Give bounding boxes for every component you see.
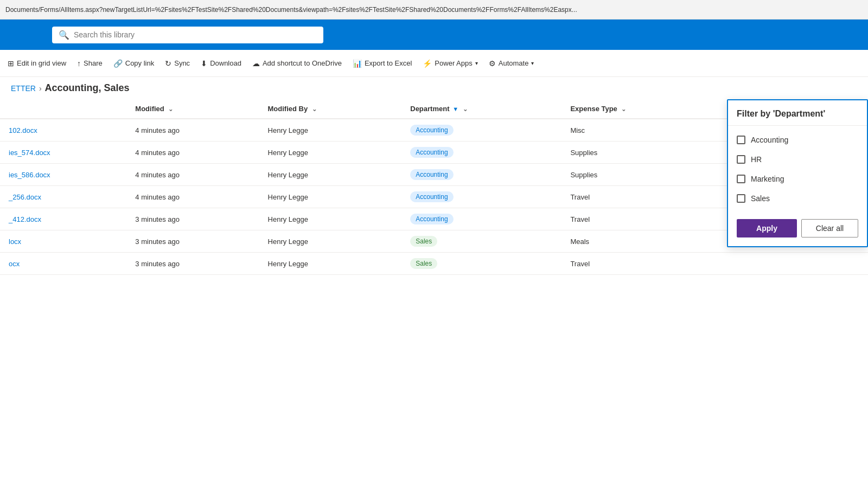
filter-checkbox-marketing[interactable] xyxy=(737,175,745,183)
search-input[interactable] xyxy=(74,30,317,39)
cell-expense-type: Supplies xyxy=(561,164,719,186)
cell-modified: 4 minutes ago xyxy=(126,186,259,208)
toolbar-power-apps-label: Power Apps xyxy=(435,59,472,67)
toolbar-sync-label: Sync xyxy=(174,59,190,67)
cell-modified-by: Henry Legge xyxy=(259,230,402,253)
cell-department: Accounting xyxy=(401,164,561,186)
expense-type-sort-icon: ⌄ xyxy=(621,106,626,112)
dept-badge: Accounting xyxy=(410,147,453,158)
modified-sort-icon: ⌄ xyxy=(168,106,173,112)
excel-icon: 📊 xyxy=(353,59,362,68)
toolbar-copy-link[interactable]: 🔗 Copy link xyxy=(108,57,159,70)
toolbar-automate-label: Automate xyxy=(499,59,529,67)
cell-expense-type: Meals xyxy=(561,230,719,253)
filter-option-hr[interactable]: HR xyxy=(728,150,867,169)
toolbar: ⊞ Edit in grid view ↑ Share 🔗 Copy link … xyxy=(0,50,868,77)
toolbar-download[interactable]: ⬇ Download xyxy=(195,57,247,70)
cell-filename[interactable]: _256.docx xyxy=(0,186,126,208)
filter-options: Accounting HR Marketing Sales xyxy=(728,126,867,213)
toolbar-sync[interactable]: ↻ Sync xyxy=(159,57,195,70)
main-content: Modified ⌄ Modified By ⌄ Department ▼ ⌄ … xyxy=(0,99,868,488)
toolbar-export-label: Export to Excel xyxy=(365,59,412,67)
cell-modified: 3 minutes ago xyxy=(126,208,259,230)
toolbar-share[interactable]: ↑ Share xyxy=(72,57,108,70)
dept-badge: Sales xyxy=(410,236,437,247)
cell-modified-by: Henry Legge xyxy=(259,164,402,186)
filter-panel: Filter by 'Department' Accounting HR Mar… xyxy=(727,99,868,247)
chevron-down-icon: ▾ xyxy=(475,60,478,66)
toolbar-download-label: Download xyxy=(210,59,241,67)
modified-by-sort-icon: ⌄ xyxy=(312,106,317,112)
grid-icon: ⊞ xyxy=(8,59,14,68)
share-icon: ↑ xyxy=(77,59,81,68)
toolbar-power-apps[interactable]: ⚡ Power Apps ▾ xyxy=(417,57,483,70)
filter-label-hr: HR xyxy=(751,155,762,164)
cell-department: Accounting xyxy=(401,208,561,230)
dept-badge: Accounting xyxy=(410,191,453,202)
cell-department: Accounting xyxy=(401,119,561,142)
cell-modified-by: Henry Legge xyxy=(259,253,402,275)
search-icon: 🔍 xyxy=(59,30,69,40)
download-icon: ⬇ xyxy=(201,59,207,68)
cell-expense-type: Misc xyxy=(561,119,719,142)
dept-badge: Accounting xyxy=(410,169,453,180)
cloud-icon: ☁ xyxy=(252,59,260,68)
url-text: Documents/Forms/AllItems.aspx?newTargetL… xyxy=(5,6,863,14)
copy-link-icon: 🔗 xyxy=(113,59,123,68)
chevron-down-icon-automate: ▾ xyxy=(531,60,534,66)
dept-badge: Accounting xyxy=(410,125,453,136)
breadcrumb-parent[interactable]: ETTER xyxy=(11,84,36,93)
cell-add-col xyxy=(719,253,868,275)
toolbar-edit-grid-label: Edit in grid view xyxy=(17,59,66,67)
toolbar-share-label: Share xyxy=(84,59,103,67)
url-bar: Documents/Forms/AllItems.aspx?newTargetL… xyxy=(0,0,868,20)
breadcrumb-current: Accounting, Sales xyxy=(45,82,130,94)
cell-modified-by: Henry Legge xyxy=(259,142,402,164)
cell-modified: 4 minutes ago xyxy=(126,119,259,142)
filter-actions: Apply Clear all xyxy=(728,213,867,237)
clear-all-button[interactable]: Clear all xyxy=(801,219,858,237)
col-modified[interactable]: Modified ⌄ xyxy=(126,99,259,119)
cell-filename[interactable]: ies_586.docx xyxy=(0,164,126,186)
cell-department: Sales xyxy=(401,253,561,275)
toolbar-add-shortcut[interactable]: ☁ Add shortcut to OneDrive xyxy=(247,57,347,70)
toolbar-edit-grid[interactable]: ⊞ Edit in grid view xyxy=(2,57,72,70)
cell-filename[interactable]: ies_574.docx xyxy=(0,142,126,164)
table-row: ocx 3 minutes ago Henry Legge Sales Trav… xyxy=(0,253,868,275)
cell-modified: 3 minutes ago xyxy=(126,253,259,275)
filter-label-sales: Sales xyxy=(751,194,770,203)
filter-label-accounting: Accounting xyxy=(751,136,788,144)
col-modified-by[interactable]: Modified By ⌄ xyxy=(259,99,402,119)
department-filter-icon: ▼ xyxy=(452,106,458,112)
department-sort-icon: ⌄ xyxy=(463,106,468,112)
filter-checkbox-sales[interactable] xyxy=(737,194,745,203)
filter-label-marketing: Marketing xyxy=(751,175,784,183)
filter-option-sales[interactable]: Sales xyxy=(728,189,867,208)
cell-filename[interactable]: locx xyxy=(0,230,126,253)
top-bar: 🔍 xyxy=(0,20,868,50)
toolbar-automate[interactable]: ⚙ Automate ▾ xyxy=(483,57,540,70)
search-box[interactable]: 🔍 xyxy=(52,27,323,43)
col-department[interactable]: Department ▼ ⌄ xyxy=(401,99,561,119)
filter-checkbox-accounting[interactable] xyxy=(737,136,745,144)
toolbar-add-shortcut-label: Add shortcut to OneDrive xyxy=(263,59,342,67)
dept-badge: Accounting xyxy=(410,214,453,224)
cell-modified: 4 minutes ago xyxy=(126,142,259,164)
cell-filename[interactable]: 102.docx xyxy=(0,119,126,142)
filter-header: Filter by 'Department' xyxy=(728,100,867,126)
filter-option-accounting[interactable]: Accounting xyxy=(728,130,867,150)
cell-modified: 4 minutes ago xyxy=(126,164,259,186)
filter-checkbox-hr[interactable] xyxy=(737,155,745,164)
filter-option-marketing[interactable]: Marketing xyxy=(728,169,867,189)
dept-badge: Sales xyxy=(410,258,437,269)
cell-modified-by: Henry Legge xyxy=(259,208,402,230)
col-expense-type[interactable]: Expense Type ⌄ xyxy=(561,99,719,119)
cell-department: Sales xyxy=(401,230,561,253)
apply-button[interactable]: Apply xyxy=(737,219,797,237)
cell-modified-by: Henry Legge xyxy=(259,119,402,142)
toolbar-export-excel[interactable]: 📊 Export to Excel xyxy=(347,57,417,70)
toolbar-copy-link-label: Copy link xyxy=(125,59,154,67)
cell-filename[interactable]: _412.docx xyxy=(0,208,126,230)
cell-expense-type: Travel xyxy=(561,208,719,230)
cell-filename[interactable]: ocx xyxy=(0,253,126,275)
